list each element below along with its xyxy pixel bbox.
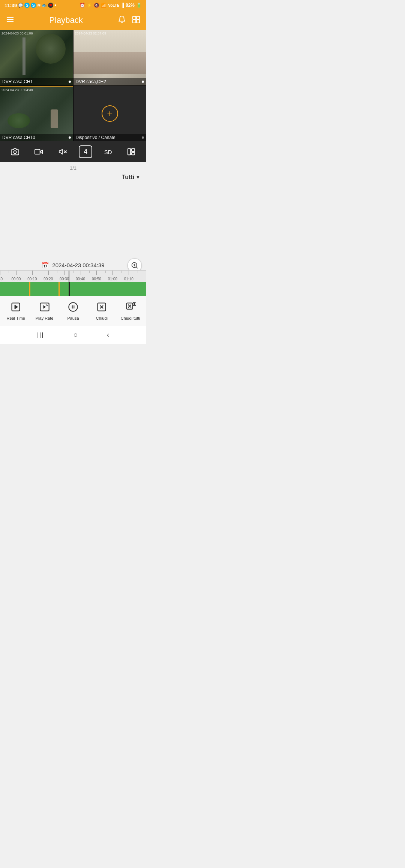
filter-label: Tutti [122,174,134,181]
ruler-tick-0050 [96,271,97,275]
split-view-label: 4 [84,148,87,155]
cam3-visual-figure [51,109,58,128]
status-left: 11:39 💬 S S ≋ 🐟 👁 • [4,2,56,8]
svg-rect-14 [132,149,135,151]
back-button[interactable]: ‹ [107,331,109,339]
svg-marker-21 [15,305,18,308]
ruler-tick-neg50 [0,271,0,275]
ruler-minor-tick-2 [25,271,25,273]
camera-cell-1[interactable]: 2024-04-23 00:01:06 DVR casa,CH1 [0,30,73,85]
filter-button[interactable]: Tutti ▼ [122,174,140,181]
camera-cell-2[interactable]: 2024-04-23 02:37:09 DVR casa,CH2 [74,30,147,85]
svg-line-17 [136,266,138,268]
real-time-button[interactable]: Real Time [2,302,30,320]
timeline-bar[interactable] [0,282,146,296]
quality-button[interactable]: SD [101,147,115,157]
add-camera-button[interactable]: + [102,105,118,122]
skype-icon-2: S [31,3,36,8]
cam1-timestamp: 2024-04-23 00:01:06 [2,31,33,35]
app-header: Playback [0,10,146,30]
record-button[interactable] [31,144,46,159]
ruler-minor-tick-5 [73,271,74,273]
ruler-label-0000: 00:00 [11,277,21,281]
svg-rect-6 [136,19,140,22]
svg-rect-15 [132,153,135,155]
svg-rect-5 [133,19,136,22]
timeline-ruler[interactable]: :50 00:00 00:10 00:20 00:30 00:40 00:50 … [0,270,146,282]
screenshot-button[interactable] [8,144,22,159]
timeline-empty-space [0,184,146,259]
svg-rect-3 [133,16,136,19]
fish-icon: 🐟 [42,3,47,8]
play-rate-label: Play Rate [36,316,54,320]
cam3-timestamp: 2024-04-23 00:04:38 [2,88,33,92]
cam1-visual-post [22,37,26,75]
svg-point-25 [69,302,77,311]
cam3-signal-dot [69,136,71,139]
camera-cell-4[interactable]: + Dispositivo / Canale [74,86,147,141]
ruler-label-0040: 00:40 [76,277,85,281]
cam1-visual-tree [36,34,66,64]
svg-marker-10 [59,150,62,154]
svg-point-7 [14,151,16,153]
recent-apps-button[interactable]: ||| [37,332,44,338]
alarm-icon: ⏰ [80,3,85,8]
cam2-label-bar: DVR casa,CH2 [74,78,147,85]
svg-rect-9 [35,150,40,154]
camera-cell-3[interactable]: 2024-04-23 00:04:38 DVR casa,CH10 [0,86,73,141]
mute-button[interactable] [55,144,70,159]
cam4-label-bar: Dispositivo / Canale [74,134,147,141]
home-button[interactable]: ○ [73,331,78,339]
ruler-tick-0100 [112,271,113,275]
datetime-row: 📅 2024-04-23 00:34:39 [0,259,146,270]
ruler-minor-tick-6 [89,271,90,273]
pausa-button[interactable]: Pausa [59,302,87,320]
chiudi-button[interactable]: Chiudi [87,302,116,320]
ruler-label-neg50: :50 [0,277,3,281]
notification-bell-button[interactable] [118,15,126,25]
menu-button[interactable] [6,15,14,25]
svg-text:1x: 1x [45,304,48,306]
dot-indicator: • [54,2,56,8]
cam2-timestamp: 2024-04-23 02:37:09 [75,31,106,35]
skype-icon-1: S [24,3,30,8]
ruler-tick-0030 [64,271,65,275]
real-time-icon [10,302,21,314]
svg-rect-4 [136,16,140,19]
chiudi-tutti-button[interactable]: Chiudi tutti [116,302,145,320]
ruler-minor-tick-3 [41,271,41,273]
cam2-signal-dot [142,81,144,83]
play-rate-icon: 1x [39,302,50,314]
split-view-button[interactable]: 4 [79,145,92,158]
page-indicator: 1/1 [0,162,146,172]
playback-toolbar: 4 SD [0,141,146,162]
bottom-navigation: Real Time 1x Play Rate Pausa [0,296,146,326]
svg-marker-8 [40,150,42,153]
ruler-minor-tick-7 [105,271,106,273]
cam1-label-text: DVR casa,CH1 [2,79,33,84]
cam1-signal-dot [69,81,71,83]
filter-row: Tutti ▼ [0,172,146,184]
cam3-visual-plant [8,113,30,128]
eye-icon: 👁 [48,3,53,8]
device-list-button[interactable] [132,15,140,25]
status-right: ⏰ ⚡ 🔇 📶 VoLTE ▐ 82% 🔋 [80,3,142,8]
ruler-label-0050: 00:50 [92,277,101,281]
ruler-minor-tick-4 [57,271,57,273]
ruler-label-0100: 01:00 [108,277,117,281]
lte-icon: VoLTE [108,3,119,7]
chiudi-label: Chiudi [96,316,108,320]
cam4-signal-dot [142,136,144,139]
message-icon: 💬 [18,3,23,8]
ruler-tick-0040 [81,271,81,275]
layout-button[interactable] [124,144,139,159]
svg-rect-13 [128,149,130,155]
pause-icon [68,302,78,314]
system-navigation: ||| ○ ‹ [0,326,146,344]
cam2-visual-floor [74,52,147,74]
add-icon: + [107,109,112,118]
ruler-tick-0010 [32,271,33,275]
play-rate-button[interactable]: 1x Play Rate [30,302,58,320]
wifi-icon: 📶 [101,3,106,8]
ruler-minor-tick-9 [138,271,138,273]
